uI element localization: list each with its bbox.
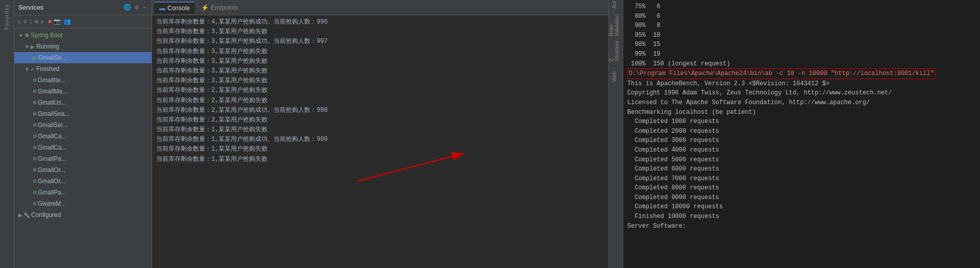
tree-item-gmallus[interactable]: ⚙ GmallUs... <box>14 97 152 108</box>
service-icon-7: ⚙ <box>33 145 37 150</box>
tree-item-finished[interactable]: ▼ ✔ Finished <box>14 63 152 75</box>
service-icon-10: ⚙ <box>33 179 37 184</box>
tree-item-running[interactable]: ▼ ▶ Running <box>14 41 152 52</box>
gmallsei-label: GmallSei... <box>38 121 68 129</box>
console-line: 当前库存剩余数量：1,某某用户抢购成功。当前抢购人数：999 <box>156 135 604 144</box>
console-line: 当前库存剩余数量：3,某某用户抢购失败 <box>156 57 604 66</box>
sort-icon[interactable]: ↕ <box>29 18 32 26</box>
tab-console[interactable]: ▬ Console <box>154 2 195 14</box>
service-icon-1: ⚙ <box>33 78 37 83</box>
running-icon: ▶ <box>31 44 35 50</box>
minimize-icon[interactable]: ─ <box>142 4 148 12</box>
console-line: 当前库存剩余数量：3,某某用户抢购失败 <box>156 66 604 76</box>
console-line: 当前库存剩余数量：3,某某用户抢购失败 <box>156 47 604 57</box>
service-icon-3: ⚙ <box>33 100 37 105</box>
services-header: Services 🌐 ⚙ ─ <box>14 0 152 15</box>
terminal-line: Completed 4000 requests <box>627 145 976 155</box>
gmallsec-label: GmallSe... <box>38 54 67 61</box>
console-line: 当前库存剩余数量：4,某某用户抢购成功。当前抢购人数：996 <box>156 17 604 27</box>
service-icon-4: ⚙ <box>33 111 37 116</box>
service-icon-8: ⚙ <box>33 156 37 161</box>
services-panel: Services 🌐 ⚙ ─ ↻ ≡ ↕ ⊞ » ■ 📷 👥 ▼ ❋ Sprin… <box>14 0 152 268</box>
console-tab-icon: ▬ <box>159 5 165 12</box>
settings-icon[interactable]: ⚙ <box>134 3 140 12</box>
tree-item-configured[interactable]: ▶ 🔧 Configured <box>14 209 152 221</box>
list-icon[interactable]: ≡ <box>23 18 27 26</box>
tree-item-gmallsec[interactable]: ▶ GmallSe... <box>14 52 152 63</box>
terminal-line: Benchmarking localhost (be patient) <box>627 108 976 117</box>
terminal-line: 80% 6 <box>627 12 976 21</box>
camera-icon[interactable]: 📷 <box>54 18 61 26</box>
tree-item-gmallma[interactable]: ⚙ GmallMa... <box>14 86 152 97</box>
tab-endpoints[interactable]: ⚡ Endpoints <box>196 2 243 13</box>
configured-label: Configured <box>31 211 61 218</box>
terminal-line: D:\Program Files\Apache\Apache24\bin\ab … <box>627 68 936 79</box>
right-sidebar: Ant Bean Validation Z: Structure Web <box>608 0 623 268</box>
gmallite-label: GmallIte... <box>38 77 66 84</box>
services-actions: ↻ ≡ ↕ ⊞ » ■ 📷 👥 <box>14 15 152 29</box>
tree-item-gmallpa2[interactable]: ⚙ GmallPa... <box>14 187 152 198</box>
console-line: 当前库存剩余数量：2,某某用户抢购失败 <box>156 96 604 106</box>
console-content[interactable]: 当前库存剩余数量：4,某某用户抢购成功。当前抢购人数：996当前库存剩余数量：3… <box>152 15 608 268</box>
console-tabs: ▬ Console ⚡ Endpoints <box>152 0 608 15</box>
gmallma-label: GmallMa... <box>38 88 67 95</box>
wrench-icon: 🔧 <box>23 212 30 218</box>
console-area: ▬ Console ⚡ Endpoints 当前库存剩余数量：4,某某用户抢购成… <box>152 0 608 268</box>
gmallsea-label: GmallSea... <box>38 110 70 117</box>
spring-boot-label: Spring Boot <box>31 32 63 39</box>
gwarem-label: GwareM... <box>38 200 66 207</box>
running-label: Running <box>36 43 59 50</box>
tree-item-gmallsei[interactable]: ⚙ GmallSei... <box>14 119 152 131</box>
terminal-line: 95% 10 <box>627 31 976 40</box>
gmallca1-label: GmallCa... <box>38 133 67 140</box>
tree-item-gmallca2[interactable]: ⚙ GmallCa... <box>14 142 152 153</box>
tree-item-gmallite[interactable]: ⚙ GmallIte... <box>14 75 152 86</box>
finished-label: Finished <box>36 65 59 72</box>
console-line: 当前库存剩余数量：2,某某用户抢购成功。当前抢购人数：998 <box>156 106 604 115</box>
run-icon: ▶ <box>33 55 37 61</box>
gmallpa2-label: GmallPa... <box>38 189 66 196</box>
stop-icon[interactable]: ■ <box>48 18 52 26</box>
terminal-line: Completed 3000 requests <box>627 136 976 145</box>
terminal-area: 75% 6 80% 6 90% 8 95% 10 98% 15 99% 19 1… <box>623 0 980 268</box>
z-structure-label: Z: Structure <box>608 41 620 62</box>
more-icon[interactable]: » <box>40 18 44 26</box>
tree-item-gmallpa1[interactable]: ⚙ GmallPa... <box>14 153 152 164</box>
tree-item-gwarem[interactable]: ⚙ GwareM... <box>14 198 152 209</box>
service-icon-12: ⚙ <box>33 201 37 206</box>
terminal-content[interactable]: 75% 6 80% 6 90% 8 95% 10 98% 15 99% 19 1… <box>623 0 980 268</box>
terminal-line: Licensed to The Apache Software Foundati… <box>627 98 976 108</box>
terminal-line: Finished 10000 requests <box>627 212 976 222</box>
tree-item-gmallca1[interactable]: ⚙ GmallCa... <box>14 131 152 142</box>
z-structure-icon[interactable]: Z: Structure <box>609 46 619 56</box>
terminal-line: 75% 6 <box>627 2 976 12</box>
bean-validation-icon[interactable]: Bean Validation <box>609 20 619 31</box>
console-line: 当前库存剩余数量：2,某某用户抢购失败 <box>156 86 604 95</box>
gmallon1-label: GmallOr... <box>38 166 65 174</box>
terminal-line: Completed 9000 requests <box>627 193 976 203</box>
gmallca2-label: GmallCa... <box>38 144 67 151</box>
ant-icon[interactable]: Ant <box>609 0 619 10</box>
favorites-label[interactable]: Favorites <box>3 2 11 32</box>
terminal-line: Completed 6000 requests <box>627 164 976 174</box>
people-icon[interactable]: 👥 <box>63 18 71 26</box>
tree-item-gmallon1[interactable]: ⚙ GmallOr... <box>14 164 152 176</box>
globe-icon[interactable]: 🌐 <box>122 3 132 12</box>
web-icon[interactable]: Web <box>609 71 619 82</box>
bean-label: Bean Validation <box>608 14 620 36</box>
spring-boot-icon: ❋ <box>24 32 29 39</box>
terminal-line: Completed 5000 requests <box>627 155 976 165</box>
service-icon-5: ⚙ <box>33 123 37 128</box>
expand-arrow-configured: ▶ <box>18 212 22 218</box>
refresh-icon[interactable]: ↻ <box>17 18 21 26</box>
terminal-line: Server Software: <box>627 222 976 231</box>
expand-arrow-finished: ▼ <box>24 66 30 72</box>
expand-arrow-running: ▼ <box>24 44 30 50</box>
expand-arrow: ▼ <box>18 33 23 38</box>
grid-icon[interactable]: ⊞ <box>35 18 38 26</box>
tree-item-spring-boot[interactable]: ▼ ❋ Spring Boot <box>14 30 152 41</box>
tree-item-gmallon2[interactable]: ⚙ GmallOr... <box>14 176 152 187</box>
terminal-line: Completed 8000 requests <box>627 183 976 193</box>
console-line: 当前库存剩余数量：1,某某用户抢购失败 <box>156 144 604 154</box>
tree-item-gmallsea1[interactable]: ⚙ GmallSea... <box>14 108 152 119</box>
